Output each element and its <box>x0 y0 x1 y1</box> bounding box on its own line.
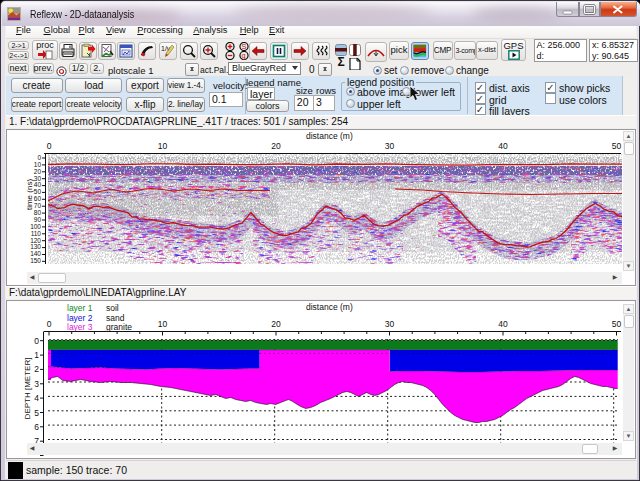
svg-text:S: S <box>242 42 247 51</box>
svg-text:g: g <box>242 51 246 60</box>
